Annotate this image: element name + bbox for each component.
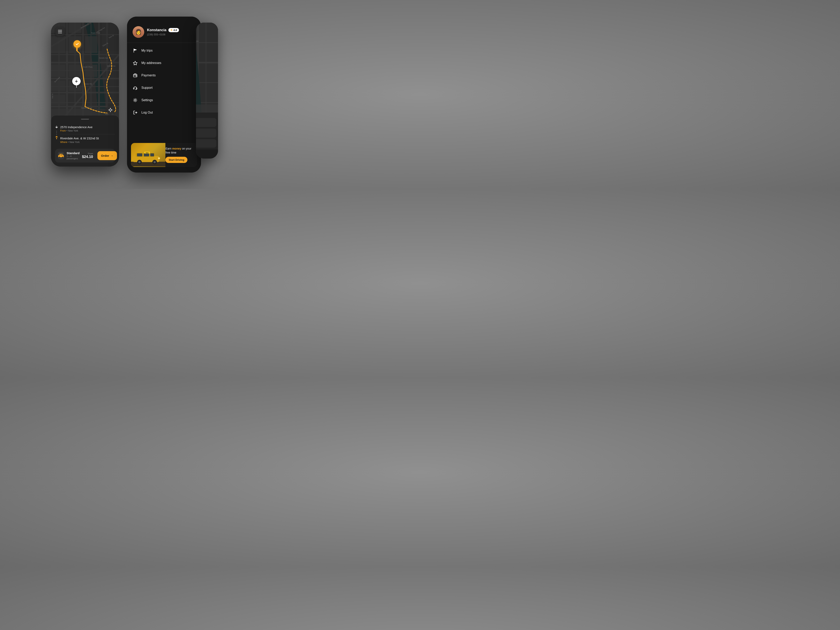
support-label: Support [141,86,153,90]
svg-rect-72 [137,153,142,156]
logout-icon [133,110,138,115]
from-icon [55,126,58,129]
svg-point-65 [134,99,136,101]
star-icon: ★ [171,28,173,32]
menu-item-payments[interactable]: Payments [127,69,201,82]
gear-icon [133,98,138,103]
profile-info: Konstancia ★ 4.8 (239) 555–0108 [147,28,196,36]
menu-phone: 👩 Konstancia ★ 4.8 (239) 555–0108 [127,17,201,173]
svg-point-45 [109,109,111,111]
rating-badge: ★ 4.8 [168,28,179,32]
logout-label: Log Out [141,111,153,114]
promo-text: Earn money on your free time [166,147,194,154]
order-arrow-icon: → [111,154,114,158]
from-location-row[interactable]: 2570 Independence Ave From • New York [60,123,115,134]
svg-point-62 [136,76,137,76]
svg-rect-74 [150,153,154,156]
star-outline-icon [133,60,138,66]
menu-item-addresses[interactable]: My addresses [127,57,201,69]
start-driving-button[interactable]: Start Driving [166,157,187,163]
price-from-label: From [82,152,93,155]
origin-pin [73,40,81,51]
svg-text:Darwin Ave: Darwin Ave [99,57,108,59]
partial-to-address: Riverdale A [196,131,214,133]
menu-items-list: My trips My addresses [127,43,201,140]
svg-rect-24 [51,65,65,77]
menu-item-trips[interactable]: My trips [127,44,201,57]
car-icon [58,154,64,158]
promo-image: TAXI [131,143,166,167]
menu-item-settings[interactable]: Settings [127,94,201,106]
hamburger-line-2 [58,32,62,32]
svg-text:Grand Ave: Grand Ave [107,65,115,67]
promo-banner: TAXI Earn money on your free time Start … [131,143,197,167]
svg-text:Oak St: Oak St [52,93,54,98]
svg-text:South Pkwy: South Pkwy [83,66,93,68]
profile-section: 👩 Konstancia ★ 4.8 (239) 555–0108 [127,17,201,43]
promo-text-highlight: money [172,147,181,150]
price-amount: $24.10 [82,155,93,159]
check-icon [76,42,79,46]
taxi-car-svg: TAXI [131,147,166,167]
svg-rect-21 [51,36,65,53]
to-address: Riverdale Ave. & W 232nd St [60,136,99,140]
arrow-down-icon [74,79,78,83]
to-city: New York [69,141,80,143]
hamburger-line-1 [58,30,62,30]
partial-from-row: 2570 Inde From • New Y [196,118,216,127]
crosshair-icon [108,108,113,112]
svg-rect-73 [144,153,149,156]
from-label: From [60,129,66,132]
settings-label: Settings [141,98,153,102]
partial-phone: South Pkwy Entin Rd Oak St [196,23,218,159]
svg-text:Entin Rd: Entin Rd [85,83,92,85]
svg-rect-63 [133,88,134,89]
svg-rect-25 [69,65,81,77]
svg-point-78 [153,161,156,163]
hamburger-line-3 [58,33,62,33]
order-button[interactable]: Order → [97,151,117,160]
svg-point-76 [138,161,141,163]
partial-to-row: Riverdale A Where • New [196,129,216,137]
flag-icon [133,48,138,53]
svg-rect-99 [196,105,218,113]
svg-marker-59 [133,61,137,65]
destination-pin-circle [72,77,81,85]
from-city: New York [68,129,78,132]
svg-text:TAXI: TAXI [145,152,148,153]
from-address: 2570 Independence Ave [60,125,93,129]
svg-rect-69 [131,162,166,166]
car-type: Standard [66,151,80,155]
partial-order: Standard 1 – 4 passenger [196,139,216,148]
locate-button[interactable] [106,106,115,114]
car-icon-box [58,152,64,159]
order-row: Standard 1 – 4 passengers From $24.10 Or… [55,149,115,162]
wallet-icon [133,73,138,78]
avatar: 👩 [133,26,144,38]
main-phone: Elliot St York St Tryon Field Darwin Ave… [51,23,119,167]
svg-rect-27 [51,80,65,91]
svg-text:South Pkwy: South Pkwy [196,40,198,42]
destination-pin [72,77,81,88]
svg-rect-55 [61,154,63,155]
svg-rect-54 [58,154,60,155]
origin-pin-circle [73,40,81,48]
menu-item-logout[interactable]: Log Out [127,106,201,119]
partial-map: South Pkwy Entin Rd Oak St [196,23,218,113]
to-location-row[interactable]: Riverdale Ave. & W 232nd St Where • New … [60,134,115,146]
promo-text-part1: Earn [166,147,172,150]
passenger-count: 1 – 4 passengers [66,155,80,160]
menu-item-support[interactable]: Support [127,82,201,94]
to-label: Where [60,141,67,143]
menu-button[interactable] [55,27,65,36]
to-icon [55,136,58,140]
svg-text:Entin Rd: Entin Rd [196,63,196,65]
promo-text-area: Earn money on your free time Start Drivi… [163,143,197,167]
sheet-handle[interactable] [81,119,89,120]
start-driving-label: Start Driving [169,158,184,161]
partial-from-address: 2570 Inde [196,120,214,123]
headset-icon [133,85,138,90]
svg-point-52 [56,139,57,139]
svg-rect-20 [69,23,81,33]
trips-label: My trips [141,49,153,52]
